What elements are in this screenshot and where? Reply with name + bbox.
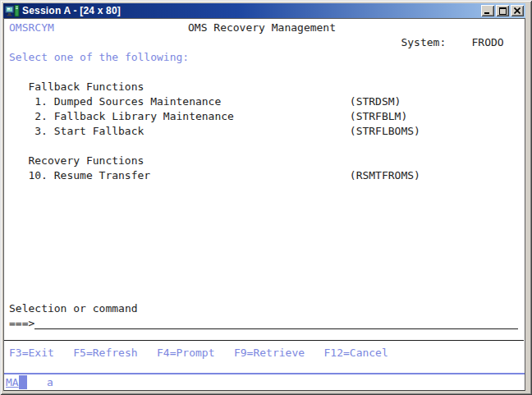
selection-label: Selection or command: [9, 301, 523, 316]
menu-item-10: 10. Resume Transfer (RSMTFROMS): [9, 168, 523, 183]
item-command: (STRFLBOMS): [350, 124, 420, 139]
item-command: (STRFBLM): [350, 109, 407, 124]
oia-status: MA: [6, 375, 19, 390]
fkey-separator-rule: [4, 340, 524, 341]
session-app-icon: [5, 5, 20, 17]
oia-status-bar: MA a: [4, 375, 525, 391]
oia-separator-line: [4, 373, 525, 374]
screen-header-row: OMSRCYM OMS Recovery Management: [9, 21, 523, 35]
minimize-button[interactable]: [481, 5, 494, 16]
oia-cursor-block: [19, 375, 27, 389]
function-key-row: F3=Exit F5=Refresh F4=Prompt F9=Retrieve…: [9, 346, 388, 361]
menu-item-1: 1. Dumped Sources Maintenance (STRDSM): [9, 94, 523, 109]
item-number: 10.: [28, 168, 47, 183]
function-key-f12: F12=Cancel: [324, 346, 388, 361]
menu-item-2: 2. Fallback Library Maintenance (STRFBLM…: [9, 109, 523, 124]
system-name: FRODO: [472, 35, 504, 50]
screen-id: OMSRCYM: [9, 21, 54, 35]
maximize-icon: [499, 7, 507, 15]
window-title: Session A - [24 x 80]: [22, 5, 479, 16]
item-label: Dumped Sources Maintenance: [54, 94, 222, 109]
window-controls: [479, 5, 524, 16]
screen-title: OMS Recovery Management: [188, 21, 336, 35]
section-heading-fallback: Fallback Functions: [28, 80, 523, 94]
close-button[interactable]: [511, 5, 524, 16]
section-heading-recovery: Recovery Functions: [28, 154, 523, 168]
function-key-f4: F4=Prompt: [157, 346, 214, 361]
session-window: Session A - [24 x 80] OMSRCYM OMS Recove…: [0, 0, 532, 395]
function-key-f9: F9=Retrieve: [234, 346, 305, 361]
menu-item-3: 3. Start Fallback (STRFLBOMS): [9, 124, 523, 139]
function-key-f5: F5=Refresh: [73, 346, 137, 361]
titlebar[interactable]: Session A - [24 x 80]: [3, 3, 525, 18]
item-number: 1.: [28, 94, 47, 109]
system-row: System: FRODO: [9, 35, 523, 50]
terminal-screen[interactable]: OMSRCYM OMS Recovery Management System: …: [3, 18, 525, 391]
item-command: (RSMTFROMS): [350, 168, 420, 183]
minimize-icon: [484, 7, 491, 15]
item-label: Fallback Library Maintenance: [54, 109, 234, 124]
command-input[interactable]: [34, 316, 518, 329]
item-label: Resume Transfer: [54, 168, 150, 183]
item-label: Start Fallback: [54, 124, 144, 139]
item-number: 3.: [28, 124, 47, 139]
function-key-f3: F3=Exit: [9, 346, 54, 361]
item-command: (STRDSM): [350, 94, 401, 109]
system-label: System:: [401, 35, 446, 50]
command-prompt: ===>: [9, 316, 34, 331]
close-icon: [514, 7, 521, 14]
maximize-button[interactable]: [496, 5, 509, 16]
oia-indicator: a: [47, 375, 53, 390]
item-number: 2.: [28, 109, 47, 124]
instruction-text: Select one of the following:: [9, 50, 523, 65]
